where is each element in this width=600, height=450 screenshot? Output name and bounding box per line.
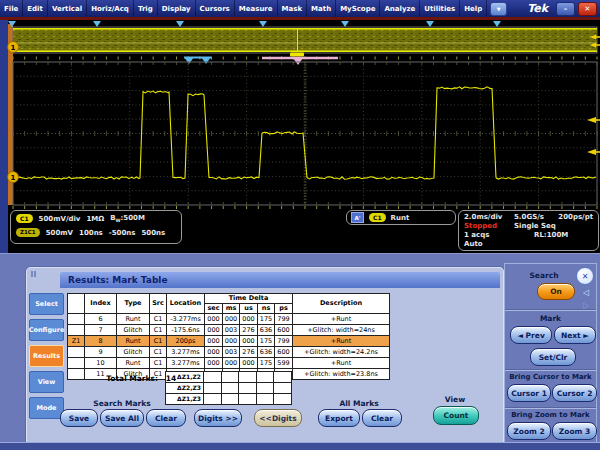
menu-item-cursors[interactable]: Cursors	[196, 0, 235, 17]
delta-row: ΔZ1,Z2	[166, 372, 292, 383]
zoom1-readout: Z1C1 500mV 100ns -500ns 500ns	[16, 228, 165, 237]
tab-configure[interactable]: Configure	[29, 319, 64, 341]
timebase: 2.0ms/div	[464, 213, 502, 221]
cell-src: C1	[150, 325, 167, 336]
search-on-button[interactable]: On	[537, 283, 575, 300]
mark-prev-button[interactable]: ◄ Prev	[510, 326, 552, 344]
menu-item-math[interactable]: Math	[307, 0, 336, 17]
glitch-mark-bracket	[184, 57, 194, 64]
mark-row-10[interactable]: 10RuntC13.277ms000000000175599+Runt	[68, 358, 390, 369]
digits-forward-button[interactable]: Digits >>	[194, 409, 242, 427]
clear-search-marks-button[interactable]: Clear	[146, 409, 186, 427]
clear-all-marks-button[interactable]: Clear	[362, 409, 402, 427]
delta-empty-cell	[239, 383, 257, 394]
cell-src: C1	[150, 336, 167, 347]
tab-select[interactable]: Select	[29, 293, 64, 315]
menu-item-trig[interactable]: Trig	[134, 0, 158, 17]
cell-delta: 000	[223, 358, 240, 369]
cell-index: 8	[85, 336, 117, 347]
menu-overflow-button[interactable]: ▼	[490, 2, 507, 16]
zoom3-button[interactable]: Zoom 3	[552, 422, 597, 440]
cursor1-button[interactable]: Cursor 1	[507, 384, 551, 402]
menu-item-vertical[interactable]: Vertical	[48, 0, 87, 17]
trigger-mode: Auto	[464, 240, 483, 248]
save-button[interactable]: Save	[60, 409, 98, 427]
menu-item-utilities[interactable]: Utilities	[420, 0, 460, 17]
menu-items: FileEditVerticalHoriz/AcqTrigDisplayCurs…	[0, 0, 487, 17]
mark-row-6[interactable]: 6RuntC1-3.277ms000000000175799+Runt	[68, 314, 390, 325]
cell-type: Runt	[117, 314, 150, 325]
cell-delta: 000	[240, 358, 258, 369]
graticule-grid	[13, 62, 597, 205]
mark-row-9[interactable]: 9GlitchC13.277ms000003276636600+Glitch: …	[68, 347, 390, 358]
page-left-icon[interactable]: ◁	[583, 288, 589, 297]
search-label: Search	[519, 271, 569, 280]
acq-state: Stopped	[464, 222, 497, 230]
mark-row-8[interactable]: Z18RuntC1200ps000000000175799+Runt	[68, 336, 390, 347]
close-window-button[interactable]: ✕	[578, 2, 597, 16]
digits-back-button[interactable]: <<Digits	[254, 409, 302, 427]
trigger-source-badge: C1	[369, 213, 386, 222]
mark-next-button[interactable]: Next ►	[554, 326, 596, 344]
view-label: View	[433, 395, 477, 404]
cell-type: Runt	[117, 336, 150, 347]
cell-description: +Glitch: width=24.2ns	[293, 347, 390, 358]
cursor2-button[interactable]: Cursor 2	[552, 384, 597, 402]
panel-separator	[505, 369, 596, 371]
export-button[interactable]: Export	[318, 409, 360, 427]
delta-empty-cell	[257, 394, 274, 405]
cell-location: 3.277ms	[167, 347, 205, 358]
zoom2-button[interactable]: Zoom 2	[507, 422, 551, 440]
cell-delta: 276	[240, 325, 258, 336]
zoom-scale: 500mV	[46, 229, 73, 237]
header-zone	[68, 294, 85, 314]
search-marks-label: Search Marks	[60, 399, 184, 408]
count-button[interactable]: Count	[433, 406, 479, 425]
cell-delta: 600	[275, 325, 293, 336]
tab-results[interactable]: Results	[29, 345, 64, 367]
menu-item-display[interactable]: Display	[158, 0, 196, 17]
zoom-end: 500ns	[141, 229, 165, 237]
menu-item-file[interactable]: File	[0, 0, 23, 17]
set-clear-mark-button[interactable]: Set/Clr	[530, 348, 576, 366]
c1-bandwidth: BW:500M	[110, 214, 145, 223]
c1-badge: C1	[16, 214, 33, 223]
menu-spacer	[507, 0, 527, 17]
delta-label: ΔZ2,Z3	[166, 383, 204, 394]
search-side-panel: ✕ ◁ ▷ Search On Mark ◄ Prev Next ► Set/C…	[504, 263, 597, 448]
menu-item-measure[interactable]: Measure	[235, 0, 278, 17]
menu-item-mask[interactable]: Mask	[278, 0, 308, 17]
zoom-start: -500ns	[109, 229, 136, 237]
save-all-button[interactable]: Save All	[100, 409, 144, 427]
level-arrow	[587, 149, 596, 155]
mark-table-dialog: Results: Mark Table SelectConfigureResul…	[26, 267, 504, 446]
menu-item-myscope[interactable]: MyScope	[336, 0, 380, 17]
menu-bar: FileEditVerticalHoriz/AcqTrigDisplayCurs…	[0, 0, 600, 17]
panel-bottom-strip	[0, 442, 600, 450]
menu-item-analyze[interactable]: Analyze	[380, 0, 420, 17]
dialog-title: Results: Mark Table	[60, 272, 500, 288]
menu-item-help[interactable]: Help	[460, 0, 487, 17]
menu-item-horizacq[interactable]: Horiz/Acq	[87, 0, 134, 17]
tek-logo: Tek	[527, 0, 548, 17]
header-index: Index	[85, 294, 117, 314]
mark-row-7[interactable]: 7GlitchC1-175.6ns000003276636600+Glitch:…	[68, 325, 390, 336]
delta-empty-cell	[222, 394, 239, 405]
cell-delta: 276	[240, 347, 258, 358]
record-length: RL:100M	[534, 231, 568, 239]
cell-delta: 003	[223, 347, 240, 358]
acq-count: 1 acqs	[464, 231, 489, 239]
minimize-button[interactable]: –	[556, 2, 575, 16]
panel-close-button[interactable]: ✕	[576, 267, 594, 285]
delta-empty-cell	[257, 383, 274, 394]
header-unit-ms: ms	[223, 304, 240, 314]
cell-location: -175.6ns	[167, 325, 205, 336]
menu-item-edit[interactable]: Edit	[23, 0, 48, 17]
cell-delta: 175	[258, 358, 275, 369]
channel1-readout: C1 500mV/div 1MΩ BW:500M	[16, 214, 145, 223]
tab-view[interactable]: View	[29, 371, 64, 393]
zone-delta-table: ΔZ1,Z2ΔZ2,Z3ΔZ1,Z3	[165, 371, 292, 405]
panel-separator	[505, 407, 596, 409]
tab-mode[interactable]: Mode	[29, 397, 64, 419]
delta-empty-cell	[204, 372, 222, 383]
